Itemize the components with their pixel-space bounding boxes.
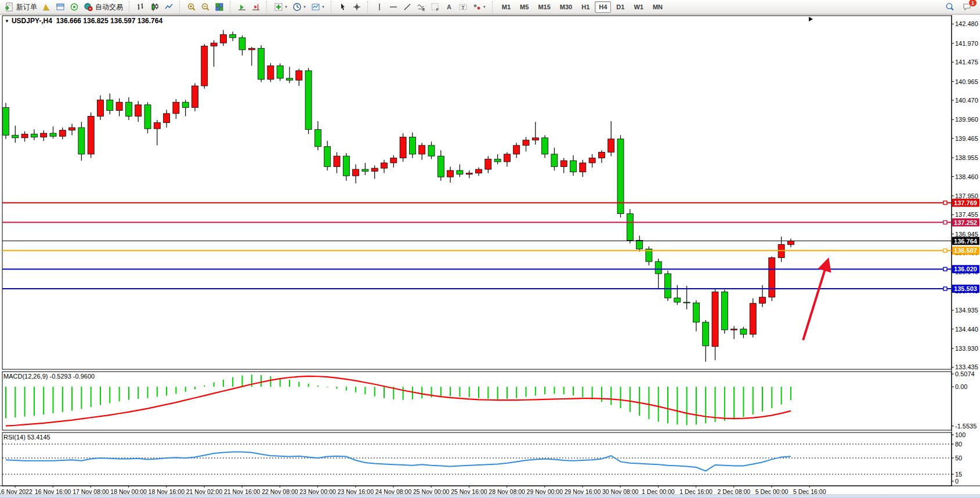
new-order-icon: [5, 2, 14, 12]
zoom-out-button[interactable]: [198, 1, 212, 13]
rsi-tick: 50: [955, 455, 962, 461]
bull-candle: [390, 158, 397, 163]
timeframe-d1-button[interactable]: D1: [612, 1, 628, 13]
bull-candle: [371, 168, 378, 171]
horizontal-line-button[interactable]: [386, 1, 400, 13]
bar-chart-button[interactable]: [134, 1, 148, 13]
chart-shift-button[interactable]: [249, 1, 263, 13]
price-tick: 136.945: [955, 231, 978, 238]
bear-candle: [230, 35, 236, 38]
price-tick: 139.960: [955, 116, 978, 123]
line-endpoint-handle[interactable]: [943, 249, 947, 252]
price-tick: 141.970: [955, 40, 978, 47]
text-icon: A: [444, 2, 454, 12]
bull-candle: [598, 152, 605, 158]
bear-candle: [457, 170, 463, 175]
line-endpoint-handle[interactable]: [943, 221, 947, 224]
indicators-icon: [274, 2, 283, 12]
chevron-down-icon[interactable]: ▼: [483, 5, 486, 9]
text-label-button[interactable]: T: [456, 1, 470, 13]
bear-candle: [12, 135, 19, 138]
timeframe-m1-button[interactable]: M1: [498, 1, 515, 13]
macd-tick: 0.5074: [955, 370, 975, 377]
timeframe-mn-button[interactable]: MN: [649, 1, 667, 13]
bull-candle: [334, 156, 340, 166]
bear-candle: [50, 133, 56, 136]
bear-candle: [684, 302, 690, 303]
rsi-tick: 80: [955, 441, 962, 448]
hline-icon: [389, 2, 398, 12]
bear-candle: [239, 38, 245, 50]
bull-candle: [769, 258, 775, 297]
bull-candle: [267, 66, 274, 79]
text-button[interactable]: A: [442, 1, 456, 13]
signals-button[interactable]: [67, 1, 81, 13]
line-endpoint-handle[interactable]: [943, 201, 947, 205]
window-bottom-edge: [0, 495, 980, 498]
grid-button[interactable]: F: [428, 1, 442, 13]
bear-candle: [324, 147, 331, 167]
price-badge-label: 135.503: [954, 285, 977, 292]
svg-text:F: F: [436, 8, 439, 12]
line-chart-button[interactable]: [162, 1, 176, 13]
bear-candle: [570, 161, 577, 172]
trendline-button[interactable]: [400, 1, 414, 13]
fibonacci-button[interactable]: E: [414, 1, 428, 13]
cursor-icon: [338, 2, 348, 12]
bear-candle: [125, 102, 132, 116]
bull-candle: [116, 102, 122, 110]
toolbar-separator: [266, 1, 269, 13]
auto-trading-button[interactable]: 自动交易: [81, 1, 125, 13]
crosshair-button[interactable]: [350, 1, 364, 13]
bear-candle: [343, 156, 349, 176]
bar-chart-icon: [136, 2, 146, 12]
bull-candle: [400, 137, 406, 158]
pane-border: [2, 16, 952, 369]
cursor-button[interactable]: [336, 1, 350, 13]
chevron-down-icon[interactable]: ▼: [284, 5, 288, 9]
timeframe-h1-button[interactable]: H1: [577, 1, 594, 13]
auto-trading-icon: [84, 2, 93, 12]
bull-candle: [201, 46, 208, 86]
bull-candle: [580, 163, 586, 172]
market-watch-button[interactable]: [39, 1, 53, 13]
chevron-down-icon[interactable]: ▼: [303, 5, 306, 9]
bull-candle: [731, 329, 737, 330]
bull-candle: [248, 48, 255, 50]
line-endpoint-handle[interactable]: [943, 287, 947, 290]
toolbar-separator: [331, 1, 334, 13]
bull-candle: [59, 130, 66, 136]
bear-candle: [542, 138, 548, 154]
bull-candle: [220, 35, 226, 43]
chat-button[interactable]: 1: [960, 1, 974, 13]
search-button[interactable]: [943, 1, 957, 13]
data-window-icon: [56, 2, 65, 12]
timeframe-h4-button[interactable]: H4: [595, 1, 611, 13]
shift-green-icon: [237, 2, 247, 12]
timeframe-m15-button[interactable]: M15: [534, 1, 554, 13]
line-endpoint-handle[interactable]: [943, 267, 947, 271]
bull-candle: [712, 292, 718, 346]
data-window-button[interactable]: [53, 1, 67, 13]
zoom-in-button[interactable]: [185, 1, 198, 13]
bull-candle: [419, 146, 425, 154]
macd-indicator-label: MACD(12,26,9) -0.5293 -0.9600: [3, 373, 95, 380]
vertical-line-button[interactable]: [373, 1, 386, 13]
new-order-button[interactable]: 新订单: [2, 1, 39, 13]
chevron-down-icon[interactable]: ▼: [321, 5, 325, 9]
tile-windows-button[interactable]: [212, 1, 226, 13]
indicators-button[interactable]: ▼: [272, 1, 290, 13]
timeframe-m30-button[interactable]: M30: [556, 1, 576, 13]
bull-candle: [97, 100, 104, 116]
notification-badge: 1: [968, 0, 977, 7]
candlestick-chart-button[interactable]: [148, 1, 162, 13]
timeframe-w1-button[interactable]: W1: [630, 1, 648, 13]
periods-button[interactable]: ▼: [290, 1, 309, 13]
bear-candle: [362, 169, 368, 171]
auto-scroll-button[interactable]: [235, 1, 249, 13]
bear-candle: [144, 105, 151, 129]
price-tick: 133.435: [955, 363, 978, 370]
arrows-button[interactable]: ▼: [470, 1, 489, 13]
templates-button[interactable]: ▼: [309, 1, 327, 13]
timeframe-m5-button[interactable]: M5: [516, 1, 533, 13]
